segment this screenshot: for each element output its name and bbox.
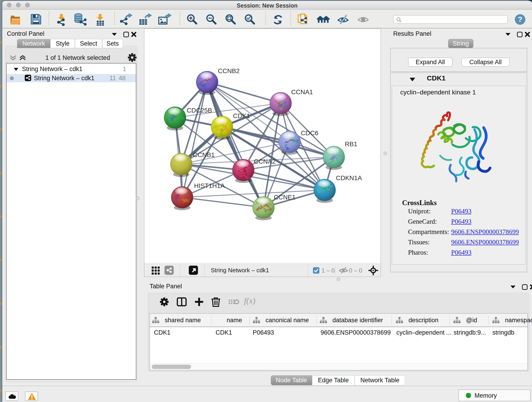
svg-text:CCNE1: CCNE1 (274, 194, 296, 201)
svg-text:RB1: RB1 (345, 140, 357, 148)
svg-text:CCNA2: CCNA2 (254, 158, 276, 165)
svg-text:?: ? (518, 15, 522, 23)
svg-text:CDC6: CDC6 (301, 129, 318, 137)
svg-text:CDKN1A: CDKN1A (336, 174, 362, 182)
svg-text:CDK1: CDK1 (233, 112, 250, 119)
svg-text:CCNB2: CCNB2 (218, 67, 240, 75)
svg-text:CCNA1: CCNA1 (291, 89, 313, 96)
svg-text:CDC25B: CDC25B (187, 107, 212, 114)
svg-text:HIST1H1A: HIST1H1A (194, 182, 225, 189)
svg-text:CCNB1: CCNB1 (193, 151, 215, 158)
